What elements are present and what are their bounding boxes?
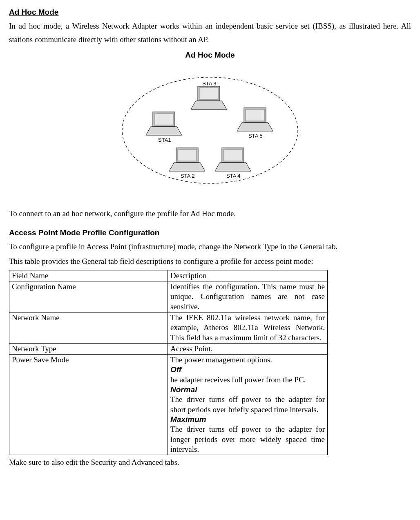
section-heading-adhoc: Ad Hoc Mode: [9, 6, 411, 19]
laptop-icon: [191, 86, 227, 109]
power-intro: The power management options.: [170, 355, 272, 364]
field-desc-cell: Access Point.: [168, 343, 328, 354]
field-desc-cell: Identifies the configuration. This name …: [168, 281, 328, 312]
sta1-label: STA1: [158, 137, 171, 143]
svg-marker-3: [146, 127, 182, 135]
laptop-icon: [215, 148, 251, 171]
table-row: Power Save Mode The power management opt…: [9, 355, 328, 455]
figure-title: Ad Hoc Mode: [9, 49, 411, 62]
field-desc-cell: The IEEE 802.11a wireless network name, …: [168, 312, 328, 343]
fields-table: Field Name Description Configuration Nam…: [9, 270, 328, 455]
adhoc-intro-paragraph: In ad hoc mode, a Wireless Network Adapt…: [9, 20, 411, 46]
field-desc-cell: The power management options. Off he ada…: [168, 355, 328, 455]
svg-rect-14: [223, 150, 242, 161]
power-max-desc: The driver turns off power to the adapte…: [170, 425, 325, 453]
table-row: Network Type Access Point.: [9, 343, 328, 354]
svg-marker-12: [169, 163, 205, 171]
svg-rect-8: [246, 109, 264, 121]
svg-rect-11: [178, 150, 197, 161]
power-max-label: Maximum: [170, 415, 325, 424]
adhoc-note: To connect to an ad hoc network, configu…: [9, 207, 411, 220]
svg-marker-9: [237, 123, 273, 131]
table-row: Configuration Name Identifies the config…: [9, 281, 328, 312]
table-header-desc: Description: [168, 270, 328, 281]
ap-intro-2: This table provides the General tab fiel…: [9, 255, 411, 268]
laptop-icon: [237, 108, 273, 131]
ap-intro-1: To configure a profile in Access Point (…: [9, 240, 411, 253]
sta4-label: STA 4: [226, 173, 240, 179]
table-row: Network Name The IEEE 802.11a wireless n…: [9, 312, 328, 343]
sta5-label: STA 5: [248, 133, 262, 139]
field-name-cell: Power Save Mode: [9, 355, 168, 455]
ap-outro: Make sure to also edit the Security and …: [9, 456, 411, 469]
power-normal-label: Normal: [170, 385, 325, 395]
table-row: Field Name Description: [9, 270, 328, 281]
svg-rect-2: [154, 114, 173, 125]
svg-rect-5: [199, 88, 218, 99]
laptop-icon: [146, 112, 182, 135]
laptop-icon: [169, 148, 205, 171]
section-heading-ap: Access Point Mode Profile Configuration: [9, 226, 411, 239]
svg-marker-15: [215, 163, 251, 171]
power-off-desc: he adapter receives full power from the …: [170, 375, 306, 384]
power-off-label: Off: [170, 365, 325, 375]
adhoc-diagram: STA1 STA 3 STA 5 STA 2 STA 4: [9, 69, 411, 196]
svg-marker-6: [191, 101, 227, 109]
field-name-cell: Network Type: [9, 343, 168, 354]
power-normal-desc: The driver turns off power to the adapte…: [170, 395, 325, 413]
sta2-label: STA 2: [181, 173, 194, 179]
field-name-cell: Configuration Name: [9, 281, 168, 312]
sta3-label: STA 3: [202, 80, 216, 87]
field-name-cell: Network Name: [9, 312, 168, 343]
table-header-field: Field Name: [9, 270, 168, 281]
